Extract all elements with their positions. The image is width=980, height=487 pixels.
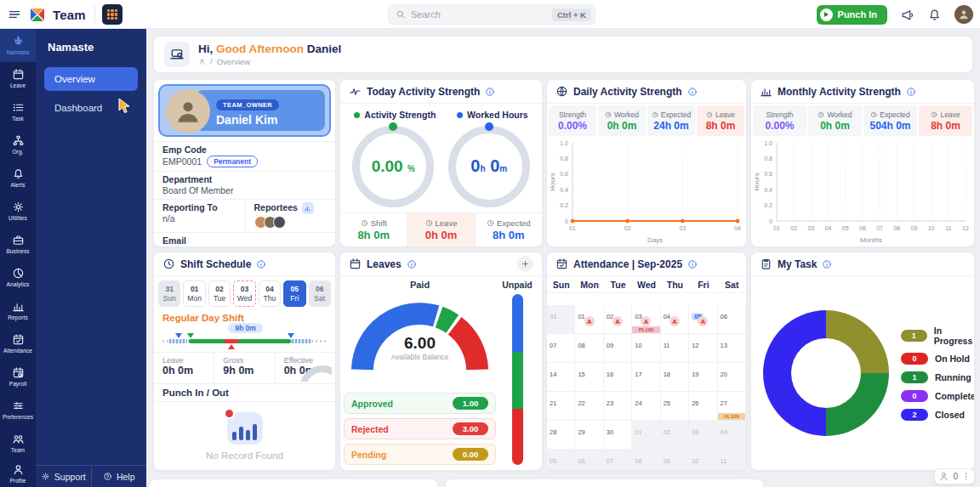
info-icon[interactable]: [407, 259, 417, 269]
sidebar-item-team[interactable]: Team: [0, 426, 36, 459]
sidebar-item-payroll[interactable]: Payroll: [0, 360, 36, 394]
breadcrumb[interactable]: / Overview: [198, 57, 341, 66]
add-leave-button[interactable]: [517, 256, 533, 272]
punch-in-button[interactable]: Punch In: [817, 5, 887, 25]
reportees-avatars[interactable]: [254, 216, 328, 229]
day-chip-mon[interactable]: 01Mon: [183, 280, 205, 307]
clock-icon: [818, 111, 824, 118]
info-icon[interactable]: [687, 259, 698, 269]
legend-label: Worked Hours: [467, 110, 528, 120]
day-chip-wed[interactable]: 03Wed: [233, 280, 255, 307]
sidebar-item-org[interactable]: Org.: [0, 128, 36, 161]
calendar-cell[interactable]: 09: [661, 450, 689, 471]
calendar-cell[interactable]: 05A: [689, 305, 717, 334]
calendar-cell[interactable]: 03: [689, 421, 717, 450]
calendar-cell[interactable]: 13: [718, 334, 746, 363]
calendar-cell[interactable]: 04: [718, 421, 746, 450]
calendar-cell[interactable]: 05: [547, 450, 575, 471]
calendar-cell[interactable]: 14: [547, 363, 575, 392]
calendar-cell[interactable]: 10: [689, 450, 717, 471]
calendar-cell[interactable]: 19: [689, 363, 717, 392]
announcements-icon[interactable]: [900, 8, 914, 22]
calendar-cell[interactable]: 08: [632, 450, 660, 471]
absent-badge: A: [698, 316, 708, 326]
calendar-cell[interactable]: 07: [547, 334, 575, 363]
day-chip-fri[interactable]: 05Fri: [283, 280, 305, 307]
sidebar-item-leave[interactable]: Leave: [0, 62, 36, 95]
search-input[interactable]: [411, 9, 547, 20]
calendar-cell[interactable]: 03APL100: [632, 305, 660, 334]
calendar-cell[interactable]: 09: [604, 334, 632, 363]
calendar-cell[interactable]: 11: [718, 450, 746, 471]
info-icon[interactable]: [822, 259, 832, 269]
info-icon[interactable]: [256, 259, 266, 269]
calendar-cell[interactable]: 02A: [604, 305, 632, 334]
notifications-icon[interactable]: [927, 8, 942, 22]
calendar-cell[interactable]: 06: [718, 305, 746, 334]
global-search[interactable]: Ctrl + K: [388, 4, 595, 25]
help-button[interactable]: Help: [91, 466, 147, 487]
calendar-cell[interactable]: 29: [575, 421, 603, 450]
floating-widget[interactable]: 0: [934, 468, 975, 484]
calendar-cell[interactable]: 23: [604, 392, 632, 421]
calendar-cell[interactable]: 16: [604, 363, 632, 392]
day-chip-tue[interactable]: 02Tue: [208, 280, 231, 307]
sidebar-item-attendance[interactable]: Attendance: [0, 327, 36, 360]
calendar-cell[interactable]: 01: [632, 421, 660, 450]
stat-label: Expected: [870, 110, 909, 119]
calendar-cell[interactable]: 24: [632, 392, 660, 421]
sidebar-item-dashboard[interactable]: Dashboard: [44, 96, 138, 120]
support-button[interactable]: Support: [36, 466, 91, 487]
sidebar-item-reports[interactable]: Reports: [0, 294, 36, 327]
svg-text:03: 03: [679, 225, 686, 231]
org-logo[interactable]: [102, 4, 122, 25]
calendar-cell[interactable]: 12: [689, 334, 717, 363]
stat-expected: Expected24h 0m: [647, 105, 695, 136]
sidebar-item-overview[interactable]: Overview: [44, 67, 138, 91]
info-icon[interactable]: [687, 87, 698, 97]
user-avatar[interactable]: [954, 5, 973, 24]
calendar-cell[interactable]: 20: [718, 363, 746, 392]
sidebar-item-profile[interactable]: Profile: [0, 459, 36, 487]
menu-icon[interactable]: [7, 7, 22, 22]
calendar-cell[interactable]: 07: [604, 450, 632, 471]
calendar-cell[interactable]: 28: [547, 421, 575, 450]
calendar-cell[interactable]: 21: [547, 392, 575, 421]
calendar-cell[interactable]: 22: [575, 392, 603, 421]
svg-text:Months: Months: [860, 236, 882, 244]
calendar-cell[interactable]: 30: [604, 421, 632, 450]
calendar-cell[interactable]: 08: [575, 334, 603, 363]
sidebar-item-namaste[interactable]: Namaste: [0, 29, 36, 62]
calendar-cell[interactable]: 06: [575, 450, 603, 471]
calendar-cell[interactable]: 11: [661, 334, 689, 363]
sidebar-item-utilities[interactable]: Utilities: [0, 195, 36, 228]
top-bar: Team Ctrl + K Punch In: [0, 0, 980, 29]
sidebar-item-alerts[interactable]: Alerts: [0, 161, 36, 195]
calendar-date: 20: [721, 371, 727, 378]
calendar-cell[interactable]: 04A: [661, 305, 689, 334]
calendar-cell[interactable]: 18: [661, 363, 689, 392]
sidebar-item-business[interactable]: Business: [0, 228, 36, 261]
calendar-cell[interactable]: 10: [632, 334, 660, 363]
day-chip-sun[interactable]: 31Sun: [158, 280, 180, 307]
day-chip-sat[interactable]: 06Sat: [309, 280, 331, 307]
sidebar-item-analytics[interactable]: Analytics: [0, 261, 36, 294]
calendar-cell[interactable]: 15: [575, 363, 603, 392]
info-icon[interactable]: [485, 87, 495, 97]
svg-text:04: 04: [825, 225, 832, 231]
globe-icon: [556, 85, 568, 98]
calendar-cell[interactable]: 01A: [575, 305, 603, 334]
calendar-cell[interactable]: 02: [661, 421, 689, 450]
info-icon[interactable]: [906, 87, 916, 97]
calendar-date: 31: [550, 313, 556, 320]
calendar-cell[interactable]: 26: [689, 392, 717, 421]
day-chip-thu[interactable]: 04Thu: [259, 280, 281, 307]
sidebar-item-preferences[interactable]: Preferences: [0, 393, 36, 426]
reportees-icon[interactable]: [302, 202, 314, 214]
sidebar-item-task[interactable]: Task: [0, 95, 36, 128]
calendar-cell[interactable]: 17: [632, 363, 660, 392]
calendar-cell[interactable]: 25: [661, 392, 689, 421]
kebab-menu-icon[interactable]: [961, 472, 971, 481]
calendar-cell[interactable]: 31: [547, 305, 575, 334]
calendar-cell[interactable]: 27UL100: [718, 392, 746, 421]
